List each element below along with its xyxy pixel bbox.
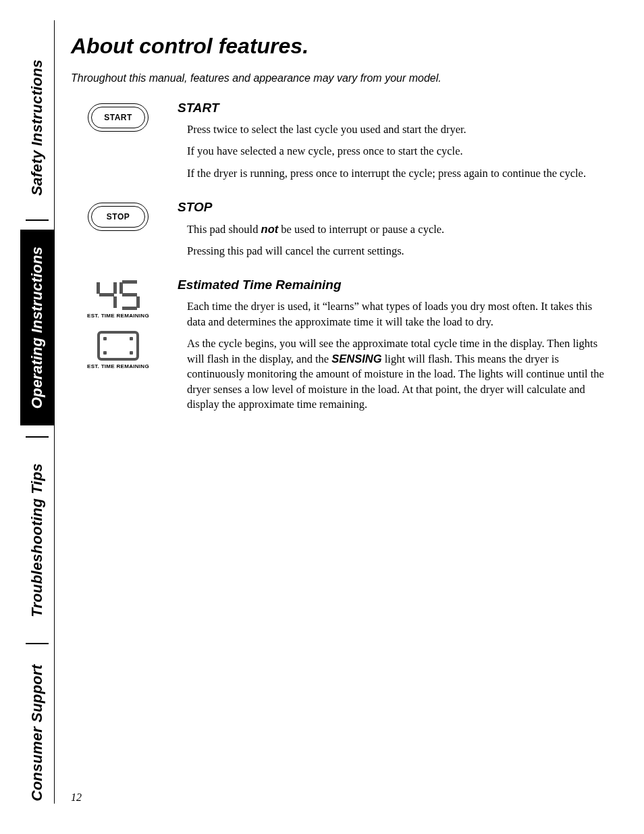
tab-label: Safety Instructions [28, 59, 46, 196]
tab-label: Operating Instructions [28, 246, 46, 409]
time-remaining-45-icon: EST. TIME REMAINING [87, 280, 149, 319]
body-text: If the dryer is running, press once to i… [187, 166, 604, 181]
stop-button-icon: STOP [88, 203, 149, 231]
start-button-label: START [91, 107, 145, 128]
section-heading: Estimated Time Remaining [178, 278, 604, 292]
tab-separator [26, 643, 49, 644]
tab-label: Troubleshooting Tips [28, 463, 46, 617]
body-text: Pressing this pad will cancel the curren… [187, 244, 604, 259]
body-text: This pad should not be used to interrupt… [187, 221, 604, 237]
vertical-rule [54, 20, 55, 804]
stop-button-label: STOP [91, 206, 145, 228]
tab-operating-instructions: Operating Instructions [20, 230, 54, 425]
tab-separator [26, 219, 49, 221]
time-remaining-sensing-icon: EST. TIME REMAINING [87, 331, 149, 369]
section-stop: STOP STOP This pad should not be used to… [71, 200, 604, 259]
body-text: Press twice to select the last cycle you… [187, 122, 604, 137]
section-heading: START [178, 101, 604, 115]
intro-note: Throughout this manual, features and app… [71, 72, 604, 84]
section-heading: STOP [178, 200, 604, 215]
start-button-icon: START [88, 103, 149, 132]
tab-consumer-support: Consumer Support [20, 652, 54, 814]
tab-label: Consumer Support [28, 664, 46, 801]
body-text: If you have selected a new cycle, press … [187, 144, 604, 159]
side-tabs: Safety Instructions Operating Instructio… [20, 20, 54, 804]
section-estimated-time-remaining: EST. TIME REMAINING EST. TIME REMAINING … [71, 278, 604, 412]
tab-troubleshooting-tips: Troubleshooting Tips [20, 446, 54, 635]
body-text: As the cycle begins, you will see the ap… [187, 336, 604, 412]
page-title: About control features. [71, 34, 604, 59]
icon-caption: EST. TIME REMAINING [87, 363, 149, 369]
tab-safety-instructions: Safety Instructions [20, 45, 54, 210]
section-start: START START Press twice to select the la… [71, 101, 604, 181]
emphasis-sensing: SENSING [331, 353, 381, 365]
body-text: Each time the dryer is used, it “learns”… [187, 299, 604, 330]
main-content: About control features. Throughout this … [71, 34, 604, 431]
icon-caption: EST. TIME REMAINING [87, 313, 149, 319]
page-number: 12 [71, 791, 82, 804]
emphasis-not: not [261, 223, 279, 235]
tab-separator [26, 436, 49, 438]
